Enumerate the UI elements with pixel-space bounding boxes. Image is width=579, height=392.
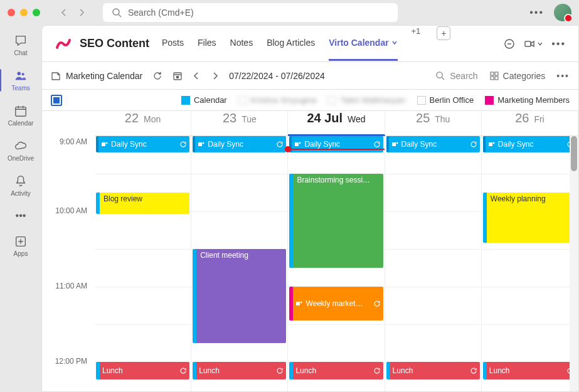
recurring-icon	[373, 140, 381, 148]
sidebar-apps[interactable]: Apps	[0, 228, 41, 263]
event-brainstorming[interactable]: Brainstorming sessi…	[289, 174, 383, 268]
legend-user-2[interactable]: Talen Malkhasyan	[327, 95, 405, 105]
teams-icon	[295, 300, 303, 307]
svg-rect-24	[489, 142, 492, 146]
time-label: 12:00 PM	[42, 357, 95, 391]
event-blog-review[interactable]: Blog review	[96, 193, 189, 214]
day-header-fri[interactable]: 26Fri	[482, 111, 578, 136]
calendar-title-text: Marketing Calendar	[66, 71, 142, 81]
teams-icon	[488, 140, 496, 148]
day-header-thu[interactable]: 25Thu	[385, 111, 482, 136]
svg-point-2	[22, 73, 24, 75]
event-weekly-planning[interactable]: Weekly planning	[483, 193, 576, 243]
event-lunch[interactable]: Lunch	[193, 362, 286, 379]
categories-button[interactable]: Categories	[489, 71, 546, 81]
legend-berlin-office[interactable]: Berlin Office	[417, 95, 474, 105]
chevron-down-icon	[538, 41, 543, 46]
event-lunch[interactable]: Lunch	[483, 362, 576, 379]
calendar-grid: 22Mon 23Tue 24 JulWed 25Thu 26Fri 9:00 A…	[42, 111, 578, 391]
toolbar-more-button[interactable]: •••	[556, 71, 570, 81]
chat-popout-button[interactable]	[504, 38, 515, 50]
refresh-button[interactable]	[152, 71, 162, 81]
day-col-tue[interactable]: Daily Sync Client meeting Lunch	[191, 136, 288, 391]
next-week-button[interactable]	[211, 72, 219, 80]
history-nav	[56, 5, 89, 20]
scrollbar[interactable]	[570, 136, 578, 391]
bell-icon	[14, 174, 28, 188]
sidebar-calendar[interactable]: Calendar	[0, 98, 41, 133]
maximize-window-button[interactable]	[33, 9, 40, 16]
calendar-title[interactable]: Marketing Calendar	[51, 71, 142, 81]
event-daily-sync[interactable]: Daily Sync	[483, 136, 576, 152]
history-back-button[interactable]	[56, 5, 72, 20]
legend-calendar[interactable]: Calendar	[181, 95, 227, 105]
tab-blog-articles[interactable]: Blog Articles	[267, 26, 315, 61]
scrollbar-thumb[interactable]	[571, 136, 577, 171]
calendar-search-input[interactable]: Search	[435, 71, 477, 81]
tab-virto-calendar[interactable]: Virto Calendar	[329, 26, 397, 61]
channel-tabs: Posts Files Notes Blog Articles Virto Ca…	[162, 26, 450, 61]
event-weekly-marketing[interactable]: Weekly market…	[289, 287, 383, 320]
day-col-wed[interactable]: Daily Sync Brainstorming sessi… Weekly m…	[288, 136, 385, 391]
minimize-window-button[interactable]	[20, 9, 28, 16]
sidebar-activity[interactable]: Activity	[0, 168, 41, 203]
tab-posts[interactable]: Posts	[162, 26, 184, 61]
sidebar-more-button[interactable]: •••	[0, 203, 41, 228]
legend-marketing-members[interactable]: Marketing Members	[485, 95, 570, 105]
day-col-mon[interactable]: Daily Sync Blog review Lunch	[95, 136, 191, 391]
day-col-fri[interactable]: Daily Sync Weekly planning Lunch	[482, 136, 578, 391]
svg-rect-13	[495, 77, 498, 80]
event-daily-sync[interactable]: Daily Sync	[96, 136, 189, 152]
global-search-input[interactable]: Search (Cmd+E)	[103, 3, 398, 22]
day-col-thu[interactable]: Daily Sync Lunch	[385, 136, 482, 391]
user-avatar[interactable]	[554, 4, 571, 21]
categories-icon	[489, 71, 499, 81]
event-daily-sync[interactable]: Daily Sync	[386, 136, 480, 152]
sidebar-onedrive[interactable]: OneDrive	[0, 133, 41, 168]
svg-point-25	[492, 142, 494, 144]
prev-week-button[interactable]	[193, 72, 200, 80]
event-lunch[interactable]: Lunch	[289, 362, 383, 379]
search-icon	[435, 71, 445, 80]
svg-rect-12	[491, 77, 494, 80]
more-options-button[interactable]: •••	[529, 7, 544, 18]
legend-user-1[interactable]: Kristina Smyugina	[238, 95, 317, 105]
categories-label: Categories	[503, 71, 546, 81]
add-tab-button[interactable]: +	[437, 26, 450, 40]
date-range[interactable]: 07/22/2024 - 07/26/2024	[229, 71, 325, 81]
event-daily-sync[interactable]: Daily Sync	[193, 136, 286, 152]
sidebar-label: Teams	[11, 85, 29, 92]
close-window-button[interactable]	[8, 9, 15, 16]
time-label: 10:00 AM	[42, 206, 95, 282]
calendar-icon	[14, 104, 28, 118]
event-daily-sync[interactable]: Daily Sync	[289, 136, 383, 152]
apps-icon	[14, 235, 28, 248]
teams-icon	[101, 140, 109, 148]
search-placeholder: Search	[450, 71, 477, 81]
day-header-mon[interactable]: 22Mon	[95, 111, 191, 136]
tab-files[interactable]: Files	[198, 26, 216, 61]
event-lunch[interactable]: Lunch	[386, 362, 480, 379]
svg-point-21	[300, 302, 302, 304]
day-header-tue[interactable]: 23Tue	[191, 111, 288, 136]
sidebar-label: Chat	[14, 50, 27, 56]
sidebar-teams[interactable]: Teams	[0, 63, 41, 98]
svg-rect-11	[495, 72, 498, 75]
recurring-icon	[470, 367, 477, 374]
today-button[interactable]	[173, 71, 183, 81]
event-client-meeting[interactable]: Client meeting	[193, 249, 286, 343]
meet-button[interactable]	[524, 38, 543, 50]
svg-rect-20	[296, 302, 300, 305]
header-more-button[interactable]: •••	[551, 38, 566, 50]
svg-point-19	[299, 142, 301, 144]
select-all-checkbox[interactable]	[51, 95, 62, 106]
edit-icon	[51, 71, 61, 81]
sidebar-chat[interactable]: Chat	[0, 28, 41, 63]
event-lunch[interactable]: Lunch	[96, 362, 189, 379]
day-header-wed[interactable]: 24 JulWed	[288, 111, 385, 136]
svg-rect-10	[491, 72, 494, 75]
tab-notes[interactable]: Notes	[230, 26, 253, 61]
history-forward-button[interactable]	[74, 5, 89, 20]
tabs-overflow[interactable]: +1	[412, 26, 421, 61]
app-sidebar: Chat Teams Calendar OneDrive Activity ••…	[0, 25, 41, 392]
